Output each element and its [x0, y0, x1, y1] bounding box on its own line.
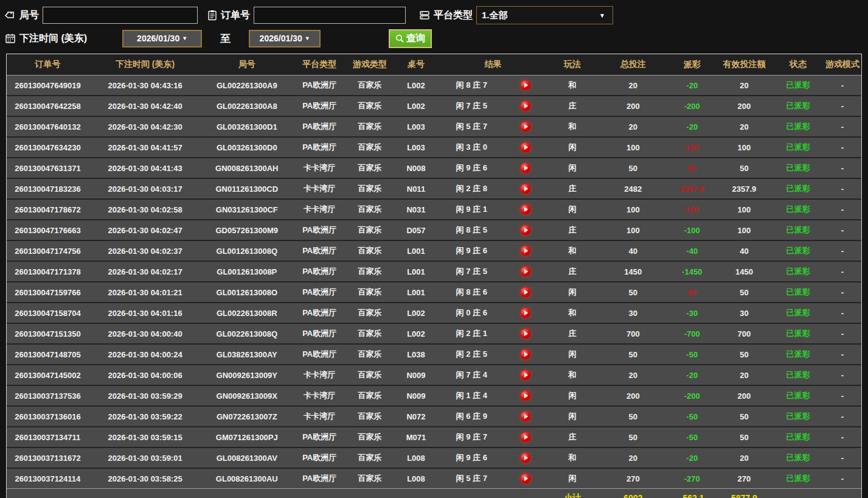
col-game-type: 游戏类型 [347, 54, 393, 75]
play-type-cell: 闲 [547, 385, 598, 406]
payout-cell: -270 [668, 468, 716, 489]
table-row: 260130037131672 2026-01-30 03:59:01 GL00… [7, 447, 861, 468]
table-row: 260130047151350 2026-01-30 04:00:40 GL00… [7, 323, 861, 344]
table-row: 260130047178672 2026-01-30 04:02:58 GN03… [7, 199, 861, 220]
play-video-button[interactable] [521, 308, 530, 318]
play-video-button[interactable] [521, 225, 530, 235]
play-video-icon [524, 476, 528, 481]
bet-time-cell: 2026-01-30 03:59:29 [89, 385, 201, 406]
table-row: 260130047174756 2026-01-30 04:02:37 GL00… [7, 240, 861, 261]
valid-bet-cell: 50 [716, 427, 773, 447]
play-video-button[interactable] [521, 474, 530, 483]
play-video-button[interactable] [521, 246, 530, 256]
date-to-value: 2026/01/30 [260, 33, 302, 43]
result-cell: 闲 9 庄 6 [439, 447, 504, 468]
round-id-cell: GL0012613008O [201, 282, 292, 303]
col-bet-time: 下注时间 (美东) [89, 54, 201, 75]
platform-type-label: 平台类型 [434, 9, 473, 22]
play-video-button[interactable] [521, 184, 530, 194]
table-no-cell: L002 [393, 96, 439, 116]
payout-cell: -700 [668, 323, 716, 344]
bet-time-cell: 2026-01-30 04:00:40 [89, 323, 201, 344]
board-no-input[interactable] [43, 7, 198, 24]
play-cell [504, 178, 547, 199]
platform-cell: PA欧洲厅 [292, 220, 347, 240]
col-result: 结果 [439, 54, 547, 75]
order-id-cell: 260130047176663 [7, 220, 89, 240]
play-cell [504, 323, 547, 344]
total-bet-cell: 1450 [598, 261, 668, 282]
play-video-button[interactable] [521, 349, 530, 359]
game-type-cell: 百家乐 [347, 385, 393, 406]
table-no-cell: L001 [393, 240, 439, 261]
play-type-cell: 闲 [547, 282, 598, 303]
game-type-cell: 百家乐 [347, 323, 393, 344]
play-video-button[interactable] [521, 287, 530, 297]
play-video-button[interactable] [521, 80, 530, 90]
round-id-cell: GN011261300CD [201, 178, 292, 199]
play-cell [504, 365, 547, 385]
table-no-cell: N009 [393, 365, 439, 385]
play-type-cell: 和 [547, 116, 598, 137]
payout-cell: 50 [668, 282, 716, 303]
play-video-button[interactable] [521, 122, 530, 132]
game-mode-cell: - [824, 282, 861, 303]
play-video-icon [524, 373, 528, 377]
total-bet-cell: 20 [598, 365, 668, 385]
platform-cell: PA欧洲厅 [292, 303, 347, 323]
chevron-down-icon: ▼ [305, 35, 310, 41]
play-video-button[interactable] [521, 101, 530, 111]
round-id-cell: GL008261300AV [201, 447, 292, 468]
game-mode-cell: - [824, 199, 861, 220]
game-mode-cell: - [824, 303, 861, 323]
play-video-button[interactable] [521, 142, 530, 152]
table-row: 260130047640132 2026-01-30 04:42:30 GL00… [7, 116, 861, 137]
table-body: 260130047649019 2026-01-30 04:43:16 GL00… [7, 75, 861, 489]
play-video-button[interactable] [521, 370, 530, 380]
order-no-input[interactable] [254, 7, 406, 24]
game-type-cell: 百家乐 [347, 158, 393, 178]
play-video-button[interactable] [521, 329, 530, 338]
play-cell [504, 303, 547, 323]
platform-type-select[interactable]: 1.全部 ▼ [476, 6, 613, 24]
table-no-cell: L002 [393, 303, 439, 323]
bet-time-filter: 下注时间 (美东) [5, 32, 87, 45]
bet-time-cell: 2026-01-30 03:58:25 [89, 468, 201, 489]
play-video-button[interactable] [521, 205, 530, 214]
play-video-button[interactable] [521, 391, 530, 401]
play-video-icon [524, 145, 528, 150]
date-from-select[interactable]: 2026/01/30 ▼ [122, 30, 202, 47]
game-mode-cell: - [824, 240, 861, 261]
order-id-cell: 260130047171378 [7, 261, 89, 282]
play-video-icon [524, 269, 528, 274]
table-row: 260130047649019 2026-01-30 04:43:16 GL00… [7, 75, 861, 96]
play-cell [504, 116, 547, 137]
play-video-icon [524, 414, 528, 419]
table-header-row: 订单号 下注时间 (美东) 局号 平台类型 游戏类型 桌号 结果 玩法 总投注 … [7, 54, 861, 75]
platform-cell: PA欧洲厅 [292, 116, 347, 137]
game-type-cell: 百家乐 [347, 240, 393, 261]
result-cell: 闲 9 庄 6 [439, 240, 504, 261]
result-cell: 闲 3 庄 0 [439, 137, 504, 158]
play-video-button[interactable] [521, 163, 530, 173]
platform-cell: PA欧洲厅 [292, 261, 347, 282]
status-cell: 已派彩 [773, 240, 824, 261]
server-icon [419, 10, 430, 21]
status-cell: 已派彩 [773, 282, 824, 303]
play-video-button[interactable] [521, 453, 530, 463]
status-cell: 已派彩 [773, 303, 824, 323]
date-to-select[interactable]: 2026/01/30 ▼ [249, 30, 321, 47]
total-bet-cell: 50 [598, 406, 668, 427]
payout-cell: 2357.9 [668, 178, 716, 199]
play-video-button[interactable] [521, 412, 530, 421]
col-round-id: 局号 [201, 54, 292, 75]
bet-time-cell: 2026-01-30 04:41:43 [89, 158, 201, 178]
search-button[interactable]: 查询 [389, 29, 432, 48]
bet-time-cell: 2026-01-30 04:01:21 [89, 282, 201, 303]
play-type-cell: 庄 [547, 220, 598, 240]
table-row: 260130047634230 2026-01-30 04:41:57 GL00… [7, 137, 861, 158]
play-video-button[interactable] [521, 267, 530, 276]
subtotal-row: 小计 6002 -562.1 5877.9 [7, 489, 861, 498]
order-id-cell: 260130047158704 [7, 303, 89, 323]
play-video-button[interactable] [521, 432, 530, 442]
